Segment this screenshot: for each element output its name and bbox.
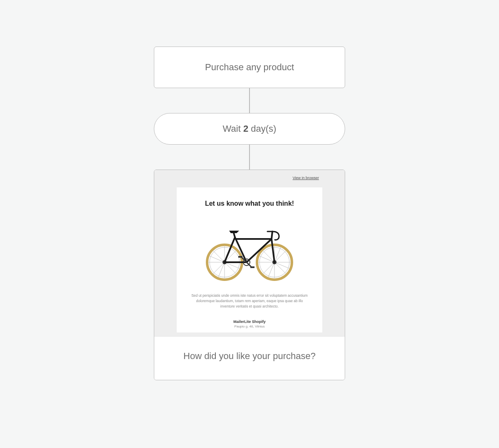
email-node[interactable]: View in browser Let us know what you thi… bbox=[154, 170, 345, 380]
email-preview: View in browser Let us know what you thi… bbox=[154, 170, 345, 336]
svg-line-34 bbox=[247, 239, 272, 262]
email-caption: How did you like your purchase? bbox=[154, 336, 345, 380]
svg-line-9 bbox=[225, 262, 236, 274]
email-heading: Let us know what you think! bbox=[188, 200, 311, 207]
wait-count: 2 bbox=[243, 123, 248, 134]
svg-rect-42 bbox=[238, 256, 242, 258]
connector-line bbox=[249, 88, 250, 113]
svg-line-13 bbox=[225, 262, 240, 268]
email-body: Let us know what you think! bbox=[177, 187, 322, 332]
email-footer-name: MailerLite Shopify bbox=[188, 320, 311, 324]
svg-line-7 bbox=[213, 262, 225, 274]
wait-node[interactable]: Wait 2 day(s) bbox=[154, 113, 345, 145]
svg-line-26 bbox=[268, 262, 274, 277]
svg-line-35 bbox=[272, 239, 274, 262]
wait-suffix: day(s) bbox=[248, 123, 276, 134]
trigger-node[interactable]: Purchase any product bbox=[154, 47, 345, 88]
email-footer-address: Paupio g. 46, Vilnius bbox=[188, 325, 311, 328]
connector-line bbox=[249, 145, 250, 170]
automation-flow: Purchase any product Wait 2 day(s) View … bbox=[154, 47, 345, 448]
email-paragraph: Sed ut perspiciatis unde omnis iste natu… bbox=[188, 293, 311, 310]
svg-line-32 bbox=[225, 237, 235, 262]
bicycle-image bbox=[202, 217, 297, 283]
svg-line-12 bbox=[210, 256, 225, 262]
svg-line-25 bbox=[274, 247, 281, 262]
wait-prefix: Wait bbox=[223, 123, 243, 134]
svg-line-37 bbox=[272, 231, 272, 239]
svg-line-22 bbox=[263, 262, 274, 274]
view-in-browser-link[interactable]: View in browser bbox=[293, 176, 319, 180]
svg-line-27 bbox=[259, 256, 274, 262]
svg-line-24 bbox=[274, 262, 286, 274]
svg-line-21 bbox=[274, 251, 286, 262]
svg-line-11 bbox=[218, 262, 225, 277]
svg-line-28 bbox=[274, 262, 289, 268]
svg-rect-40 bbox=[250, 266, 254, 268]
trigger-label: Purchase any product bbox=[205, 62, 294, 72]
svg-line-8 bbox=[213, 251, 225, 262]
